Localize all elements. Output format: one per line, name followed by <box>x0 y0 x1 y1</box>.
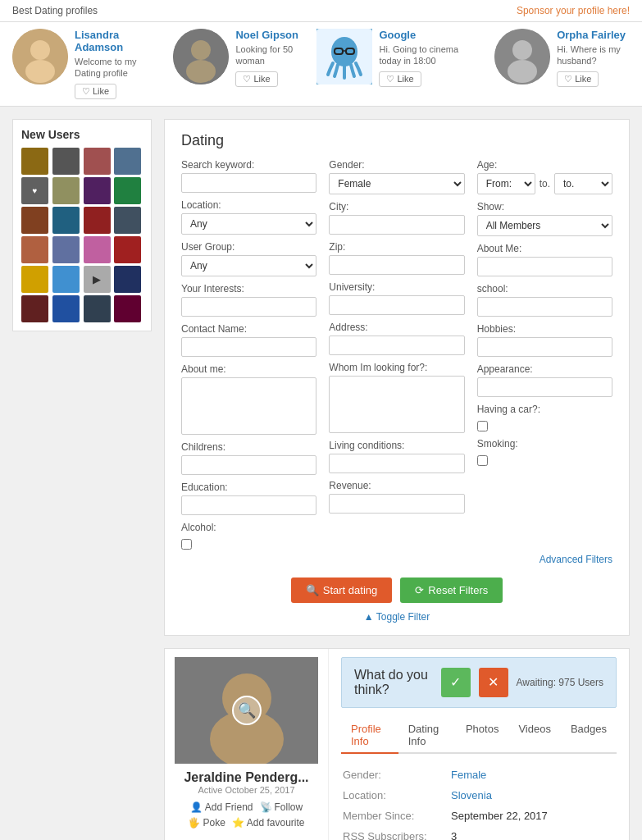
about-me-col3-input[interactable] <box>477 257 612 276</box>
whom-looking-textarea[interactable] <box>329 376 464 433</box>
user-group-select[interactable]: Any Group 1 <box>181 255 316 276</box>
heart-icon-4: ♡ <box>564 74 572 84</box>
interests-input[interactable] <box>181 297 316 317</box>
sponsor-link[interactable]: Sponsor your profile here! <box>517 5 630 16</box>
user-grid: ♥ ▶ <box>21 148 143 322</box>
featured-name-2[interactable]: Noel Gipson <box>235 29 300 41</box>
rss-subs-value: 3 <box>451 827 615 840</box>
featured-avatar-1[interactable] <box>12 29 68 84</box>
city-input[interactable] <box>329 215 464 235</box>
new-user-1[interactable] <box>21 148 48 175</box>
featured-name-4[interactable]: Orpha Fairley <box>557 29 630 41</box>
like-btn-2[interactable]: ♡ Like <box>235 71 277 87</box>
contact-name-input[interactable] <box>181 337 316 357</box>
toggle-filter-link[interactable]: ▲ Toggle Filter <box>364 611 430 623</box>
zip-input[interactable] <box>329 255 464 275</box>
follow-link[interactable]: 📡 Follow <box>260 801 303 813</box>
new-user-24[interactable] <box>114 295 141 322</box>
location-select[interactable]: Any USA UK <box>181 213 316 235</box>
new-user-14[interactable] <box>52 236 80 263</box>
new-user-3[interactable] <box>84 148 111 175</box>
new-user-5[interactable]: ♥ <box>21 177 48 204</box>
new-user-8[interactable] <box>114 177 141 204</box>
tab-videos[interactable]: Videos <box>508 718 561 754</box>
advanced-filters[interactable]: Advanced Filters <box>181 554 612 565</box>
new-user-9[interactable] <box>21 207 48 234</box>
new-user-12[interactable] <box>114 207 141 234</box>
appearance-input[interactable] <box>477 377 612 397</box>
new-user-22[interactable] <box>52 295 80 322</box>
featured-avatar-3[interactable] <box>316 29 372 84</box>
search-keyword-input[interactable] <box>181 173 316 193</box>
revenue-input[interactable] <box>329 494 464 514</box>
show-select[interactable]: All Members Online Only <box>477 215 612 236</box>
featured-profile-1: Lisandra Adamson Welcome to my Dating pr… <box>12 29 157 99</box>
new-user-11[interactable] <box>84 207 111 234</box>
like-btn-3[interactable]: ♡ Like <box>379 71 421 87</box>
new-user-23[interactable] <box>84 295 111 322</box>
member-since-value: September 22, 2017 <box>451 806 615 825</box>
childrens-input[interactable] <box>181 455 316 475</box>
featured-avatar-4[interactable] <box>494 29 550 84</box>
wdyt-yes-button[interactable]: ✓ <box>441 668 471 697</box>
tab-dating-info[interactable]: Dating Info <box>398 718 456 754</box>
featured-profile-2: Noel Gipson Looking for 50 woman ♡ Like <box>173 29 300 87</box>
new-user-16[interactable] <box>114 236 141 263</box>
about-me-label: About me: <box>181 363 316 375</box>
smoking-label: Smoking: <box>477 438 612 450</box>
smoking-checkbox[interactable] <box>477 455 488 466</box>
new-user-10[interactable] <box>52 207 80 234</box>
location-info-label: Location: <box>343 786 449 805</box>
featured-info-1: Lisandra Adamson Welcome to my Dating pr… <box>75 29 157 99</box>
new-user-4[interactable] <box>114 148 141 175</box>
rss-subs-label: RSS Subscribers: <box>343 827 449 840</box>
new-user-13[interactable] <box>21 236 48 263</box>
wdyt-text: What do you think? <box>354 668 433 697</box>
profile-right: What do you think? ✓ ✕ Awaiting: 975 Use… <box>329 649 629 840</box>
show-label: Show: <box>477 201 612 212</box>
age-from-select[interactable]: From: 18 25 <box>477 173 535 194</box>
new-user-15[interactable] <box>84 236 111 263</box>
featured-name-3[interactable]: Google <box>379 29 478 41</box>
new-user-18[interactable] <box>52 266 80 293</box>
tab-profile-info[interactable]: Profile Info <box>341 718 398 754</box>
tab-photos[interactable]: Photos <box>456 718 508 754</box>
featured-name-1[interactable]: Lisandra Adamson <box>75 29 157 53</box>
featured-avatar-2[interactable] <box>173 29 229 84</box>
profile-photo[interactable]: 🔍 <box>175 657 318 764</box>
poke-link[interactable]: 🖐 Poke <box>188 817 225 829</box>
zoom-icon: 🔍 <box>232 696 262 725</box>
like-btn-1[interactable]: ♡ Like <box>75 84 116 99</box>
new-user-7[interactable] <box>84 177 111 204</box>
address-input[interactable] <box>329 336 464 355</box>
featured-desc-4: Hi. Where is my husband? <box>557 43 630 67</box>
university-input[interactable] <box>329 295 464 315</box>
add-friend-link[interactable]: 👤 Add Friend <box>190 801 253 813</box>
living-input[interactable] <box>329 454 464 473</box>
alcohol-checkbox[interactable] <box>181 539 192 550</box>
school-input[interactable] <box>477 297 612 317</box>
new-user-20[interactable] <box>114 266 141 293</box>
new-user-21[interactable] <box>21 295 48 322</box>
heart-icon-3: ♡ <box>386 74 394 84</box>
start-dating-button[interactable]: 🔍 Start dating <box>291 578 393 603</box>
age-to-select[interactable]: to. 30 40 <box>554 173 612 194</box>
add-favourite-link[interactable]: ⭐ Add favourite <box>232 817 305 829</box>
about-me-textarea[interactable] <box>181 377 316 435</box>
new-user-2[interactable] <box>52 148 80 175</box>
new-user-19[interactable]: ▶ <box>84 266 111 293</box>
new-user-17[interactable] <box>21 266 48 293</box>
having-car-checkbox[interactable] <box>477 421 488 431</box>
gender-select[interactable]: Female Male Any <box>329 173 464 194</box>
location-info-value[interactable]: Slovenia <box>451 786 615 805</box>
tab-badges[interactable]: Badges <box>561 718 617 754</box>
new-user-6[interactable] <box>52 177 80 204</box>
like-btn-4[interactable]: ♡ Like <box>557 71 599 87</box>
wdyt-no-button[interactable]: ✕ <box>479 668 508 697</box>
having-car-field: Having a car?: <box>477 404 612 431</box>
search-form: Search keyword: Location: Any USA UK Use… <box>181 159 612 550</box>
hobbies-input[interactable] <box>477 337 612 357</box>
education-input[interactable] <box>181 495 316 515</box>
location-field: Location: Any USA UK <box>181 199 316 235</box>
reset-filters-button[interactable]: ⟳ Reset Filters <box>400 578 503 603</box>
